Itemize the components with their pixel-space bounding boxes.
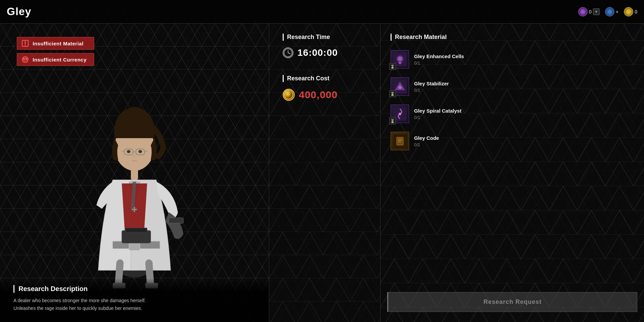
- gold-icon: [624, 7, 633, 16]
- material-icon-container: [391, 132, 409, 150]
- crystalline-currency: +: [605, 7, 618, 16]
- research-request-button[interactable]: Research Request: [387, 292, 637, 312]
- svg-rect-36: [269, 24, 380, 322]
- material-item: ⌛ Gley Stabilizer 0/1: [391, 75, 634, 98]
- svg-point-27: [138, 150, 142, 153]
- caliber-value: 0: [589, 9, 592, 14]
- middle-bg: [269, 24, 380, 322]
- description-title: Research Description: [13, 285, 255, 293]
- cost-section: Research Cost 400,000: [283, 75, 367, 101]
- material-alert-icon: [21, 39, 29, 47]
- clock-icon: [283, 47, 293, 58]
- material-item: ⌛ Gley Spiral Catalyst 0/1: [391, 102, 634, 126]
- svg-rect-52: [397, 137, 403, 145]
- time-display: 16:00:00: [283, 47, 367, 58]
- material-count: 0/1: [414, 61, 634, 66]
- insufficient-currency-badge[interactable]: Insufficient Currency: [17, 53, 94, 66]
- material-name: Gley Enhanced Cells: [414, 53, 634, 59]
- research-btn-container: Research Request: [387, 292, 637, 312]
- material-name: Gley Spiral Catalyst: [414, 108, 634, 114]
- description-text: A dealer who becomes stronger the more s…: [13, 297, 255, 312]
- svg-point-15: [26, 58, 27, 59]
- alert-badges: Insufficient Material Insufficient Curre…: [17, 37, 94, 66]
- material-list: ⌛ Gley Enhanced Cells 0/1: [391, 47, 634, 153]
- add-caliber-button[interactable]: +: [593, 8, 600, 15]
- svg-point-50: [399, 113, 401, 115]
- gold-value: 0: [635, 9, 637, 14]
- insufficient-material-badge[interactable]: Insufficient Material: [17, 37, 94, 50]
- cost-value: 400,000: [299, 89, 337, 100]
- cost-label: Research Cost: [283, 75, 367, 82]
- material-item: Gley Code 0/1: [391, 129, 634, 153]
- right-column: Research Material ⌛ Gley: [380, 24, 644, 322]
- material-info: Gley Stabilizer 0/1: [414, 81, 634, 93]
- material-icon-container: ⌛: [391, 105, 409, 123]
- material-count: 0/1: [414, 88, 634, 93]
- svg-point-48: [398, 86, 402, 89]
- material-info: Gley Code 0/1: [414, 135, 634, 147]
- svg-point-14: [23, 58, 25, 59]
- material-icon-container: ⌛: [391, 50, 409, 69]
- insufficient-material-text: Insufficient Material: [33, 41, 83, 46]
- character-display: [50, 53, 218, 288]
- svg-rect-28: [169, 218, 183, 223]
- material-name: Gley Code: [414, 135, 634, 141]
- svg-point-5: [627, 10, 630, 13]
- header: Gley 0 + +: [0, 0, 644, 24]
- character-svg: [50, 53, 218, 288]
- page-title: Gley: [7, 5, 31, 18]
- time-section: Research Time 16:00:00: [283, 34, 367, 58]
- cost-display: 400,000: [283, 89, 367, 101]
- material-count: 0/1: [414, 142, 634, 147]
- material-item: ⌛ Gley Enhanced Cells 0/1: [391, 47, 634, 71]
- svg-point-40: [285, 91, 293, 99]
- material-info: Gley Enhanced Cells 0/1: [414, 53, 634, 66]
- hourglass-badge: ⌛: [389, 90, 396, 97]
- crystalline-value: +: [616, 9, 618, 14]
- currency-display: 0 + + 0: [578, 7, 637, 16]
- svg-point-12: [25, 45, 26, 46]
- time-value: 16:00:00: [297, 47, 338, 58]
- svg-point-13: [22, 56, 28, 63]
- svg-rect-30: [125, 228, 147, 232]
- material-name: Gley Stabilizer: [414, 81, 634, 86]
- caliber-icon: [578, 7, 588, 16]
- left-column: Insufficient Material Insufficient Curre…: [0, 24, 269, 322]
- gold-currency: 0: [624, 7, 637, 16]
- gold-coin-icon: [283, 89, 295, 101]
- svg-line-39: [288, 53, 290, 54]
- svg-point-45: [398, 57, 402, 61]
- time-label: Research Time: [283, 34, 367, 41]
- hourglass-badge: ⌛: [389, 118, 396, 124]
- research-description: Research Description A dealer who become…: [0, 278, 269, 322]
- material-info: Gley Spiral Catalyst 0/1: [414, 108, 634, 120]
- hourglass-badge: ⌛: [389, 63, 396, 70]
- svg-point-26: [127, 150, 130, 153]
- middle-column: Research Time 16:00:00 Research Cost: [269, 24, 380, 322]
- material-icon: [391, 132, 409, 150]
- materials-label: Research Material: [391, 34, 634, 41]
- svg-point-1: [582, 11, 584, 13]
- crystalline-icon: [605, 7, 614, 16]
- caliber-currency: 0 +: [578, 7, 600, 16]
- main-layout: Insufficient Material Insufficient Curre…: [0, 24, 644, 322]
- insufficient-currency-text: Insufficient Currency: [33, 57, 87, 63]
- material-icon-container: ⌛: [391, 77, 409, 96]
- currency-alert-icon: [21, 55, 29, 64]
- material-count: 0/1: [414, 115, 634, 120]
- svg-rect-32: [134, 207, 135, 212]
